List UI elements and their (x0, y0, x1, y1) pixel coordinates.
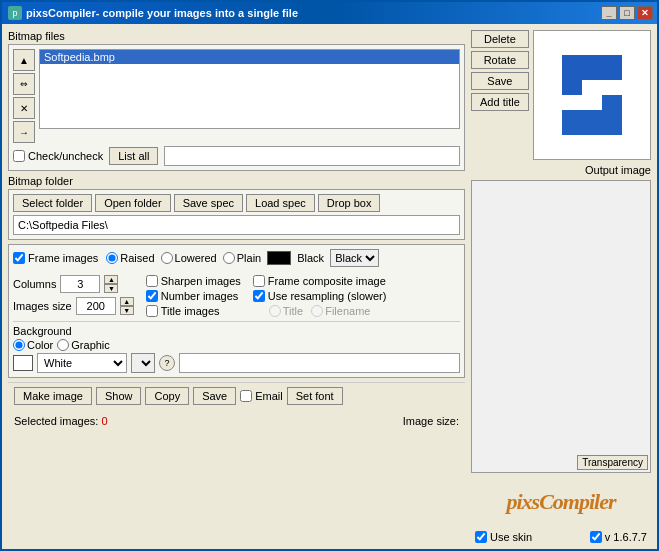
color-swatch[interactable] (267, 251, 291, 265)
help-button[interactable]: ? (159, 355, 175, 371)
bitmap-footer: Check/uncheck List all (13, 146, 460, 166)
pixs-logo-text: pixsCompiler (506, 489, 615, 515)
bg-style-select[interactable]: ▼ (131, 353, 155, 373)
select-folder-button[interactable]: Select folder (13, 194, 92, 212)
title-images-label[interactable]: Title images (146, 305, 241, 317)
size-down-btn[interactable]: ▼ (120, 306, 134, 315)
load-spec-button[interactable]: Load spec (246, 194, 315, 212)
frame-style-group: Raised Lowered Plain Black (106, 249, 379, 267)
bg-color-swatch[interactable] (13, 355, 33, 371)
columns-up-btn[interactable]: ▲ (104, 275, 118, 284)
bg-color-select[interactable]: White (37, 353, 127, 373)
save-spec-button[interactable]: Save spec (174, 194, 243, 212)
bg-graphic-input[interactable] (179, 353, 460, 373)
images-size-input[interactable] (76, 297, 116, 315)
plain-text: Plain (237, 252, 261, 264)
filename-radio[interactable] (311, 305, 323, 317)
use-resampling-text: Use resampling (slower) (268, 290, 387, 302)
use-resampling-checkbox[interactable] (253, 290, 265, 302)
sharpen-label[interactable]: Sharpen images (146, 275, 241, 287)
remove-button[interactable]: ✕ (13, 97, 35, 119)
color-radio-label[interactable]: Color (13, 339, 53, 351)
graphic-radio[interactable] (57, 339, 69, 351)
frame-composite-label[interactable]: Frame composite image (253, 275, 387, 287)
check-uncheck-checkbox[interactable] (13, 150, 25, 162)
size-up-btn[interactable]: ▲ (120, 297, 134, 306)
use-resampling-label[interactable]: Use resampling (slower) (253, 290, 387, 302)
number-checkbox[interactable] (146, 290, 158, 302)
use-skin-text: Use skin (490, 531, 532, 543)
save-image-button[interactable]: Save (471, 72, 529, 90)
color-select[interactable]: Black (330, 249, 379, 267)
make-image-button[interactable]: Make image (14, 387, 92, 405)
size-spin-btns: ▲ ▼ (120, 297, 134, 315)
title-images-checkbox[interactable] (146, 305, 158, 317)
version-checkbox[interactable] (590, 531, 602, 543)
swap-button[interactable]: ⇔ (13, 73, 35, 95)
email-checkbox-label[interactable]: Email (240, 390, 283, 402)
bitmap-folder-box: Select folder Open folder Save spec Load… (8, 189, 465, 240)
number-label[interactable]: Number images (146, 290, 241, 302)
file-list[interactable]: Softpedia.bmp (39, 49, 460, 129)
open-folder-button[interactable]: Open folder (95, 194, 170, 212)
bitmap-folder-section: Bitmap folder Select folder Open folder … (8, 175, 465, 240)
move-up-button[interactable]: ▲ (13, 49, 35, 71)
preview-image (542, 40, 642, 150)
title-radio[interactable] (269, 305, 281, 317)
delete-button[interactable]: Delete (471, 30, 529, 48)
email-checkbox[interactable] (240, 390, 252, 402)
filename-radio-label[interactable]: Filename (311, 305, 370, 317)
columns-input[interactable] (60, 275, 100, 293)
skin-row: Use skin v 1.6.7.7 (471, 531, 651, 543)
frame-composite-text: Frame composite image (268, 275, 386, 287)
list-input[interactable] (164, 146, 460, 166)
maximize-button[interactable]: □ (619, 6, 635, 20)
show-button[interactable]: Show (96, 387, 142, 405)
right-panel: Delete Rotate Save Add title Output i (471, 30, 651, 543)
folder-path-input[interactable]: C:\Softpedia Files\ (13, 215, 460, 235)
plain-radio[interactable] (223, 252, 235, 264)
title-radio-label[interactable]: Title (269, 305, 303, 317)
move-right-button[interactable]: → (13, 121, 35, 143)
title-bar: p pixsCompiler- compile your images into… (2, 2, 657, 24)
frame-images-checkbox[interactable] (13, 252, 25, 264)
transparency-button[interactable]: Transparency (577, 455, 648, 470)
background-label: Background (13, 325, 72, 337)
output-image-label: Output image (471, 164, 651, 176)
folder-buttons: Select folder Open folder Save spec Load… (13, 194, 460, 212)
columns-down-btn[interactable]: ▼ (104, 284, 118, 293)
close-button[interactable]: ✕ (637, 6, 653, 20)
sharpen-checkbox[interactable] (146, 275, 158, 287)
frame-composite-checkbox[interactable] (253, 275, 265, 287)
drop-box-button[interactable]: Drop box (318, 194, 381, 212)
title-bar-left: p pixsCompiler- compile your images into… (8, 6, 298, 20)
top-right-area: Delete Rotate Save Add title (471, 30, 651, 160)
set-font-button[interactable]: Set font (287, 387, 343, 405)
list-all-button[interactable]: List all (109, 147, 158, 165)
add-title-button[interactable]: Add title (471, 93, 529, 111)
lowered-radio[interactable] (161, 252, 173, 264)
color-graphic-row: Color Graphic (13, 339, 110, 351)
check-uncheck-label[interactable]: Check/uncheck (13, 150, 103, 162)
raised-radio[interactable] (106, 252, 118, 264)
minimize-button[interactable]: _ (601, 6, 617, 20)
use-skin-checkbox[interactable] (475, 531, 487, 543)
rotate-button[interactable]: Rotate (471, 51, 529, 69)
graphic-radio-text: Graphic (71, 339, 110, 351)
frame-images-label[interactable]: Frame images (13, 252, 98, 264)
list-item[interactable]: Softpedia.bmp (40, 50, 459, 64)
output-image-area: Transparency (471, 180, 651, 473)
status-bar: Selected images: 0 Image size: (8, 413, 465, 430)
graphic-radio-label[interactable]: Graphic (57, 339, 110, 351)
lowered-label[interactable]: Lowered (161, 252, 217, 264)
left-panel: Bitmap files ▲ ⇔ ✕ → Softpedia.bmp (8, 30, 465, 543)
selected-images-value: 0 (101, 415, 107, 427)
save-button[interactable]: Save (193, 387, 236, 405)
copy-button[interactable]: Copy (145, 387, 189, 405)
raised-label[interactable]: Raised (106, 252, 154, 264)
title-filename-group: Title Filename (269, 305, 387, 317)
color-radio[interactable] (13, 339, 25, 351)
plain-label[interactable]: Plain (223, 252, 261, 264)
use-skin-label[interactable]: Use skin (475, 531, 532, 543)
version-label[interactable]: v 1.6.7.7 (590, 531, 647, 543)
